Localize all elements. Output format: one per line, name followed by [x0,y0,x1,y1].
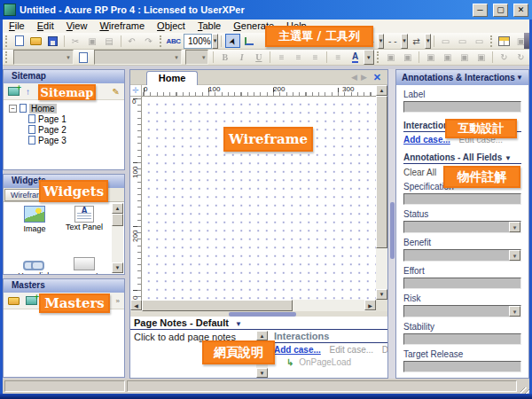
panel-dropdown-icon[interactable]: ▼ [516,74,523,82]
target-release-input[interactable] [403,361,521,372]
menu-table[interactable]: Table [192,20,227,33]
align-middle-button[interactable]: ▭ [455,34,470,48]
scrollbar-thumb[interactable] [376,96,387,248]
arrow-style-button[interactable]: ⇄ [409,34,424,48]
align-top-button[interactable]: ▭ [438,34,453,48]
style-select[interactable]: ▾ [94,50,182,65]
toolbar-grip[interactable] [5,35,8,47]
vertical-splitter[interactable] [388,69,395,379]
tree-item-home[interactable]: − Home [4,103,124,113]
risk-select[interactable]: ▾ [403,305,521,317]
edit-case-link[interactable]: Edit case... [330,345,373,355]
arrow-style-dropdown[interactable]: ▾ [425,34,432,49]
tab-close-icon[interactable]: ✕ [373,72,381,83]
scroll-left-icon[interactable]: ◀ [130,300,142,310]
dropdown-arrow-icon[interactable]: ▾ [509,306,520,317]
scrollbar-thumb[interactable] [112,214,123,226]
canvas-vertical-scrollbar[interactable]: ▲ ▼ [376,85,387,300]
effort-input[interactable] [403,278,521,289]
toolbar-overflow-icon[interactable]: » [116,297,120,305]
line-weight-dropdown[interactable]: ▾ [378,34,385,49]
widget-text-panel[interactable]: A Text Panel [59,206,110,231]
redo-button[interactable]: ↷ [141,34,156,48]
page-notes-dropdown-icon[interactable]: ▼ [235,320,242,328]
open-button[interactable] [28,34,43,48]
bring-to-front-button[interactable]: ▣ [423,51,438,65]
scroll-up-icon[interactable]: ▲ [256,331,268,340]
status-select[interactable]: ▾ [403,221,521,233]
open-master-folder-icon[interactable] [8,297,20,305]
zoom-level-input[interactable]: 100% [184,34,212,49]
font-size-select[interactable]: ▾ [185,50,209,65]
menu-file[interactable]: File [3,20,31,33]
tree-item-page2[interactable]: Page 2 [4,124,124,135]
scroll-down-icon[interactable]: ▼ [112,262,123,273]
send-backward-button[interactable]: ▣ [473,51,489,65]
dropdown-arrow-icon[interactable]: ▾ [509,222,520,232]
scrollbar-thumb[interactable] [142,300,293,311]
spellcheck-button[interactable]: ABC [166,34,181,48]
scroll-right-icon[interactable]: ▶ [364,300,376,310]
undo-button[interactable]: ↶ [124,34,139,48]
stability-input[interactable] [403,333,521,345]
tab-next-icon[interactable]: ▶ [361,73,367,82]
ungroup-button[interactable]: ▣ [400,51,415,65]
widget-rectangle[interactable]: Rectangle [59,255,110,274]
move-up-icon[interactable]: ↑ [26,87,30,97]
maximize-button[interactable]: ▢ [493,4,508,17]
font-color-dropdown[interactable]: ▾ [364,50,374,65]
scroll-down-icon[interactable]: ▼ [256,368,268,378]
toolbar-grip[interactable] [377,51,380,63]
delete-case-link[interactable]: Delete case... [382,345,387,355]
minimize-button[interactable]: ─ [473,4,488,17]
align-left-button[interactable]: ≡ [274,51,289,65]
font-family-select[interactable]: ▾ [13,50,74,65]
align-bottom-button[interactable]: ▭ [472,34,487,48]
copy-button[interactable]: ▣ [85,34,100,48]
connector-tool-button[interactable] [242,34,257,48]
zoom-dropdown-button[interactable]: ▾ [212,34,219,49]
toolbar-grip[interactable] [5,51,9,63]
benefit-select[interactable]: ▾ [403,249,521,262]
splitter-handle[interactable] [390,202,395,259]
table-button[interactable] [497,34,512,48]
splitter-handle[interactable] [229,312,296,317]
add-page-icon[interactable] [8,87,20,96]
font-color-button[interactable]: A [348,51,363,65]
bring-forward-button[interactable]: ▣ [457,51,472,65]
style-editor-button[interactable] [76,51,91,65]
sitemap-panel-header[interactable]: Sitemap [4,70,124,83]
scroll-up-icon[interactable]: ▲ [112,203,123,214]
add-master-icon[interactable] [26,296,37,305]
rotate-left-button[interactable]: ↻ [497,51,512,65]
canvas-horizontal-scrollbar[interactable]: ◀ ▶ [130,300,376,311]
annotations-panel-header[interactable]: Annotations & Interactions ▼ [396,70,528,85]
toolbar-grip[interactable] [160,35,162,47]
group-button[interactable]: ▣ [383,51,398,65]
bold-button[interactable]: B [217,51,232,65]
onpageload-event[interactable]: ↳ OnPageLoad [286,357,387,367]
line-style-button[interactable]: - - [385,34,400,48]
line-style-dropdown[interactable]: ▾ [401,34,408,49]
masters-panel-header[interactable]: Masters [4,279,124,293]
toolbar-grip[interactable] [490,35,493,47]
expander-icon[interactable]: − [9,105,17,113]
add-case-link[interactable]: Add case... [274,345,321,355]
widget-image[interactable]: Image [9,206,60,233]
save-button[interactable] [45,34,60,48]
specification-input[interactable] [403,193,521,205]
menu-view[interactable]: View [60,20,94,33]
scroll-down-icon[interactable]: ▼ [376,289,387,300]
widget-hyperlink[interactable]: Hyperlink [9,255,60,274]
cut-button[interactable]: ✂ [68,34,83,48]
section-dropdown-icon[interactable]: ▼ [505,154,512,162]
rotate-right-button[interactable]: ↻ [513,51,528,65]
align-right-button[interactable]: ≡ [308,51,323,65]
align-center-button[interactable]: ≡ [291,51,306,65]
menu-object[interactable]: Object [151,20,192,33]
menu-wireframe[interactable]: Wireframe [93,20,151,33]
paste-button[interactable]: ▤ [102,34,117,48]
send-to-back-button[interactable]: ▣ [440,51,455,65]
tree-item-page1[interactable]: Page 1 [4,113,124,124]
page-notes-header[interactable]: Page Notes - Default ▼ [130,317,387,330]
